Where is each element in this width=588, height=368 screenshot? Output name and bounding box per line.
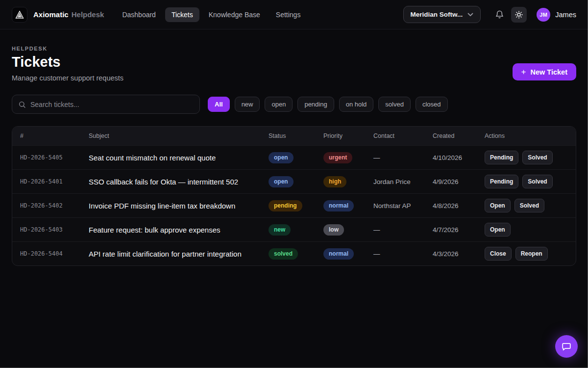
page-eyebrow: HELPDESK [12, 46, 576, 52]
table-row[interactable]: HD-2026-5403 Feature request: bulk appro… [12, 217, 576, 241]
brand-product: Helpdesk [72, 10, 104, 19]
ticket-subject: SSO callback fails for Okta — intermitte… [89, 178, 238, 186]
ticket-table: # Subject Status Priority Contact Create… [12, 126, 576, 266]
theme-toggle-button[interactable] [511, 7, 527, 23]
user-avatar[interactable]: JM [537, 8, 550, 22]
search-input[interactable] [30, 101, 194, 108]
column-header: Created [433, 132, 485, 139]
row-action-button[interactable]: Open [485, 223, 511, 237]
priority-badge: normal [323, 248, 354, 260]
ticket-contact: — [373, 154, 380, 161]
column-header: Priority [323, 132, 373, 139]
ticket-created-date: 4/3/2026 [433, 250, 459, 258]
ticket-id: HD-2026-5403 [20, 226, 63, 233]
row-action-button[interactable]: Reopen [515, 247, 548, 261]
ticket-contact: Northstar AP [373, 202, 411, 210]
column-header: Contact [373, 132, 433, 139]
table-row[interactable]: HD-2026-5405 Seat count mismatch on rene… [12, 145, 576, 169]
column-header: Status [269, 132, 323, 139]
table-header-row: # Subject Status Priority Contact Create… [12, 127, 576, 145]
search-box[interactable] [12, 95, 200, 114]
filter-chip[interactable]: on hold [339, 97, 374, 112]
ticket-id: HD-2026-5402 [20, 202, 63, 209]
row-action-button[interactable]: Pending [485, 175, 518, 188]
nav-item[interactable]: Settings [270, 7, 307, 22]
chat-bubble-icon [561, 341, 572, 352]
brand: Axiomatic Helpdesk [33, 10, 104, 19]
filter-chip[interactable]: pending [297, 97, 334, 112]
ticket-created-date: 4/8/2026 [433, 202, 459, 210]
row-actions: Pending Solved [485, 175, 568, 188]
brand-name: Axiomatic [33, 10, 69, 19]
row-actions: Pending Solved [485, 151, 568, 164]
status-badge: open [269, 176, 294, 187]
new-ticket-label: New Ticket [531, 68, 568, 76]
org-selector[interactable]: Meridian Softw... [403, 6, 481, 23]
sun-icon [514, 10, 523, 19]
chat-fab-button[interactable] [555, 335, 578, 358]
nav-item[interactable]: Knowledge Base [202, 7, 267, 22]
filter-chip[interactable]: new [235, 97, 260, 112]
priority-badge: urgent [323, 152, 352, 163]
main-content: HELPDESK Tickets Manage customer support… [0, 46, 588, 266]
page-head: HELPDESK Tickets Manage customer support… [12, 46, 576, 82]
filter-chip[interactable]: open [265, 97, 293, 112]
ticket-contact: — [373, 226, 380, 234]
filter-chip[interactable]: All [208, 97, 230, 112]
table-row[interactable]: HD-2026-5401 SSO callback fails for Okta… [12, 169, 576, 193]
table-row[interactable]: HD-2026-5402 Invoice PDF missing line-it… [12, 193, 576, 217]
page-title: Tickets [12, 54, 576, 70]
priority-badge: high [323, 176, 346, 187]
plus-icon: + [521, 68, 526, 76]
ticket-subject: Invoice PDF missing line-item tax breakd… [89, 202, 235, 210]
nav-item[interactable]: Dashboard [116, 7, 162, 22]
status-badge: pending [269, 200, 302, 211]
chevron-down-icon [467, 13, 473, 17]
row-action-button[interactable]: Open [485, 199, 511, 212]
table-body: HD-2026-5405 Seat count mismatch on rene… [12, 145, 576, 265]
table-row[interactable]: HD-2026-5404 API rate limit clarificatio… [12, 241, 576, 265]
ticket-id: HD-2026-5405 [20, 154, 63, 161]
row-actions: Open [485, 223, 568, 237]
user-name: James [555, 11, 576, 19]
main-nav: Dashboard Tickets Knowledge Base Setting… [116, 7, 307, 22]
notifications-button[interactable] [491, 7, 507, 23]
org-selector-label: Meridian Softw... [411, 11, 463, 18]
row-actions: Close Reopen [485, 247, 568, 261]
ticket-subject: Feature request: bulk approve expenses [89, 226, 220, 234]
new-ticket-button[interactable]: + New Ticket [513, 63, 576, 80]
filter-chip[interactable]: closed [416, 97, 448, 112]
row-action-button[interactable]: Solved [522, 175, 552, 188]
page-subtitle: Manage customer support requests [12, 74, 576, 82]
row-actions: Open Solved [485, 199, 568, 212]
app-logo [12, 7, 27, 23]
nav-item[interactable]: Tickets [165, 7, 199, 22]
toolbar: All new open pending on hold solved clos… [12, 95, 576, 114]
priority-badge: normal [323, 200, 354, 211]
status-badge: solved [269, 248, 298, 260]
ticket-id: HD-2026-5404 [20, 250, 63, 257]
row-action-button[interactable]: Pending [485, 151, 518, 164]
ticket-created-date: 4/9/2026 [433, 178, 459, 185]
priority-badge: low [323, 224, 344, 236]
filter-chip[interactable]: solved [378, 97, 411, 112]
ticket-subject: Seat count mismatch on renewal quote [89, 154, 216, 162]
ticket-id: HD-2026-5401 [20, 178, 63, 185]
ticket-contact: Jordan Price [373, 178, 411, 185]
ticket-contact: — [373, 250, 380, 258]
status-badge: new [269, 224, 291, 236]
ticket-created-date: 4/10/2026 [433, 154, 462, 161]
column-header: Actions [485, 132, 568, 139]
row-action-button[interactable]: Solved [522, 151, 552, 164]
bell-icon [495, 10, 504, 19]
row-action-button[interactable]: Close [485, 247, 512, 261]
column-header: Subject [89, 132, 269, 139]
filter-chips: All new open pending on hold solved clos… [208, 97, 448, 112]
ticket-created-date: 4/7/2026 [433, 226, 459, 234]
triangle-logo-icon [15, 10, 24, 20]
topbar: Axiomatic Helpdesk Dashboard Tickets Kno… [0, 0, 588, 29]
ticket-subject: API rate limit clarification for partner… [89, 250, 242, 258]
row-action-button[interactable]: Solved [514, 199, 544, 212]
status-badge: open [269, 152, 294, 163]
search-icon [18, 101, 26, 108]
